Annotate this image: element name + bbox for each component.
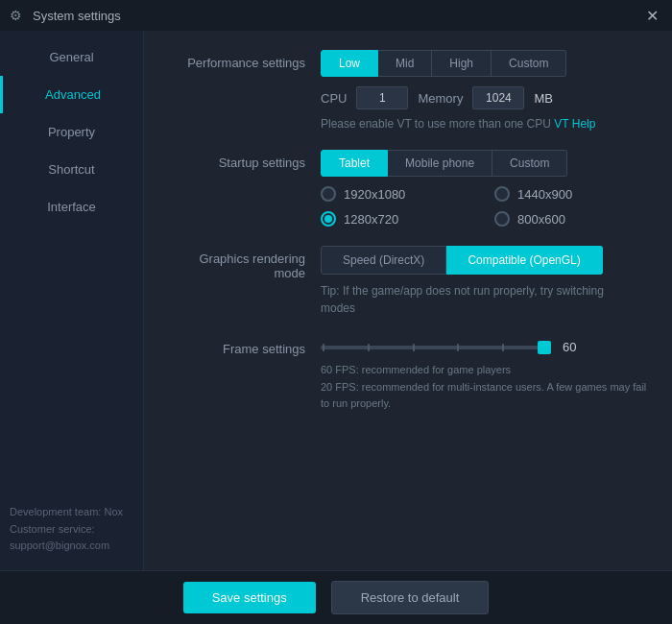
frame-value: 60 bbox=[563, 340, 576, 354]
main-layout: General Advanced Property Shortcut Inter… bbox=[0, 31, 672, 570]
save-settings-button[interactable]: Save settings bbox=[183, 582, 316, 613]
radio-circle-1280 bbox=[321, 211, 336, 227]
gear-icon: ⚙ bbox=[10, 8, 25, 23]
sidebar-item-general[interactable]: General bbox=[0, 38, 143, 76]
graphics-tip: Tip: If the game/app does not run proper… bbox=[321, 282, 628, 317]
startup-controls: Tablet Mobile phone Custom 1920x1080 144… bbox=[321, 150, 649, 227]
frame-note-20fps: 20 FPS: recommended for multi-instance u… bbox=[321, 379, 649, 413]
startup-btn-group: Tablet Mobile phone Custom bbox=[321, 150, 649, 177]
support-email: support@bignox.com bbox=[10, 538, 133, 555]
content-area: Performance settings Low Mid High Custom… bbox=[144, 31, 672, 570]
dev-team-text: Development team: Nox bbox=[10, 504, 133, 521]
radio-circle-800 bbox=[494, 211, 510, 227]
performance-low-button[interactable]: Low bbox=[321, 50, 378, 77]
tick-5 bbox=[502, 344, 504, 351]
frame-controls: 60 60 FPS: recommended for game players … bbox=[321, 336, 649, 413]
sidebar-item-shortcut[interactable]: Shortcut bbox=[0, 151, 143, 188]
resolution-label-800: 800x600 bbox=[517, 212, 565, 227]
radio-circle-1920 bbox=[321, 186, 336, 202]
frame-slider-row: 60 bbox=[321, 340, 649, 354]
resolution-label-1920: 1920x1080 bbox=[344, 187, 405, 202]
slider-thumb[interactable] bbox=[538, 341, 551, 354]
graphics-label: Graphics rendering mode bbox=[167, 246, 321, 280]
tick-2 bbox=[368, 344, 370, 351]
startup-mobile-button[interactable]: Mobile phone bbox=[388, 150, 492, 177]
cpu-label: CPU bbox=[321, 91, 347, 106]
sidebar-footer: Development team: Nox Customer service: … bbox=[0, 489, 143, 570]
frame-label: Frame settings bbox=[167, 336, 321, 356]
performance-high-button[interactable]: High bbox=[432, 50, 492, 77]
memory-input[interactable] bbox=[472, 86, 524, 109]
slider-ticks bbox=[321, 344, 551, 351]
render-opengl-button[interactable]: Compatible (OpenGL) bbox=[446, 246, 602, 275]
cpu-input[interactable] bbox=[356, 86, 408, 109]
resolution-800x600[interactable]: 800x600 bbox=[494, 211, 649, 227]
resolution-1920x1080[interactable]: 1920x1080 bbox=[321, 186, 475, 202]
tick-4 bbox=[457, 344, 459, 351]
customer-service-label: Customer service: bbox=[10, 521, 133, 539]
performance-mid-button[interactable]: Mid bbox=[378, 50, 432, 77]
cpu-memory-row: CPU Memory MB bbox=[321, 86, 649, 109]
sidebar-item-advanced[interactable]: Advanced bbox=[0, 76, 143, 113]
graphics-settings-row: Graphics rendering mode Speed (DirectX) … bbox=[167, 246, 649, 317]
render-btn-group: Speed (DirectX) Compatible (OpenGL) bbox=[321, 246, 649, 275]
radio-circle-1440 bbox=[494, 186, 510, 202]
performance-settings-row: Performance settings Low Mid High Custom… bbox=[167, 50, 649, 131]
memory-label: Memory bbox=[418, 91, 463, 106]
title-bar: ⚙ System settings ✕ bbox=[0, 0, 672, 31]
resolution-label-1440: 1440x900 bbox=[517, 187, 572, 202]
tick-3 bbox=[413, 344, 415, 351]
resolution-1440x900[interactable]: 1440x900 bbox=[494, 186, 649, 202]
performance-label: Performance settings bbox=[167, 50, 321, 70]
window-title: System settings bbox=[33, 9, 642, 23]
bottom-bar: Save settings Restore to default bbox=[0, 570, 672, 624]
performance-btn-group: Low Mid High Custom bbox=[321, 50, 649, 77]
performance-custom-button[interactable]: Custom bbox=[492, 50, 566, 77]
restore-default-button[interactable]: Restore to default bbox=[331, 581, 490, 614]
startup-label: Startup settings bbox=[167, 150, 321, 170]
memory-unit: MB bbox=[534, 91, 553, 106]
frame-settings-row: Frame settings bbox=[167, 336, 649, 413]
close-button[interactable]: ✕ bbox=[642, 7, 662, 25]
performance-controls: Low Mid High Custom CPU Memory MB Please… bbox=[321, 50, 649, 131]
vt-text-row: Please enable VT to use more than one CP… bbox=[321, 117, 649, 131]
tick-1 bbox=[323, 344, 324, 351]
vt-message: Please enable VT to use more than one CP… bbox=[321, 117, 551, 131]
frame-note-60fps: 60 FPS: recommended for game players bbox=[321, 362, 649, 379]
vt-help-link[interactable]: VT Help bbox=[554, 117, 595, 131]
startup-custom-button[interactable]: Custom bbox=[492, 150, 567, 177]
graphics-controls: Speed (DirectX) Compatible (OpenGL) Tip:… bbox=[321, 246, 649, 317]
render-directx-button[interactable]: Speed (DirectX) bbox=[321, 246, 446, 275]
sidebar-item-property[interactable]: Property bbox=[0, 113, 143, 151]
startup-tablet-button[interactable]: Tablet bbox=[321, 150, 388, 177]
resolution-label-1280: 1280x720 bbox=[344, 212, 398, 227]
frame-slider-track[interactable] bbox=[321, 346, 551, 349]
sidebar-item-interface[interactable]: Interface bbox=[0, 188, 143, 226]
startup-settings-row: Startup settings Tablet Mobile phone Cus… bbox=[167, 150, 649, 227]
sidebar: General Advanced Property Shortcut Inter… bbox=[0, 31, 144, 570]
resolution-1280x720[interactable]: 1280x720 bbox=[321, 211, 475, 227]
frame-note: 60 FPS: recommended for game players 20 … bbox=[321, 362, 649, 413]
resolution-grid: 1920x1080 1440x900 1280x720 800x600 bbox=[321, 186, 649, 227]
